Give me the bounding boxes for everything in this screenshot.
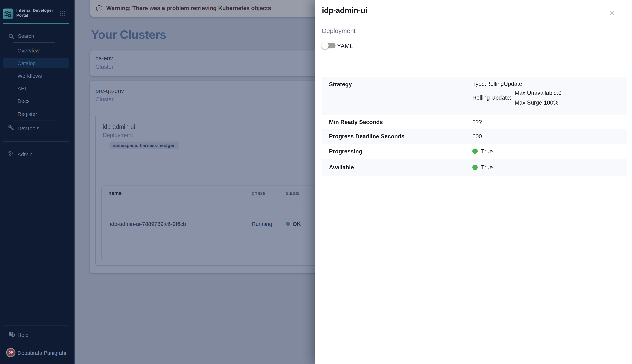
sidebar-item-overview[interactable]: Overview <box>18 47 40 54</box>
detail-value: 600 <box>472 133 627 140</box>
search-icon <box>9 34 14 39</box>
search-underline <box>13 42 56 42</box>
detail-value: True <box>481 164 493 170</box>
deployment-name: idp-admin-ui <box>103 123 135 130</box>
gear-icon: ⚙ <box>8 151 14 157</box>
column-header-name[interactable]: name <box>108 190 122 196</box>
sidebar-item-admin[interactable]: Admin <box>18 151 33 157</box>
help-chat-icon: ? <box>9 332 16 338</box>
strategy-type: Type:RollingUpdate <box>472 80 627 87</box>
namespace-chip: namespace: harness-nextgen <box>109 142 179 149</box>
svg-text:?: ? <box>10 332 12 336</box>
user-avatar[interactable]: DP <box>7 348 15 356</box>
detail-row-progressing: Progressing True <box>322 144 627 159</box>
detail-row-progress-deadline: Progress Deadline Seconds 600 <box>322 129 627 144</box>
detail-value: ??? <box>472 119 627 125</box>
detail-row-available: Available True <box>322 159 627 176</box>
cluster-kind: Cluster <box>96 96 114 102</box>
cluster-kind: Cluster <box>96 64 114 70</box>
sidebar-item-docs[interactable]: Docs <box>18 98 30 104</box>
detail-label: Available <box>322 164 472 170</box>
search-input[interactable]: Search <box>18 34 34 39</box>
rolling-update-label: Rolling Update: <box>472 94 511 100</box>
logo-circle-knob <box>5 11 9 14</box>
status-dot-green <box>286 222 290 226</box>
status-dot-green <box>472 148 478 154</box>
column-header-status[interactable]: status <box>286 190 299 196</box>
sidebar-item-catalog[interactable] <box>3 58 69 68</box>
wrench-icon <box>8 125 14 131</box>
sidebar-item-help[interactable]: Help <box>18 332 28 338</box>
drawer-subtitle: Deployment <box>322 27 356 34</box>
detail-label: Min Ready Seconds <box>322 119 472 125</box>
detail-label: Strategy <box>322 77 472 115</box>
deployment-kind: Deployment <box>103 132 133 138</box>
app-logo-icon <box>3 8 14 19</box>
drawer-title: idp-admin-ui <box>322 6 367 15</box>
detail-value: True <box>481 148 493 154</box>
detail-row-min-ready: Min Ready Seconds ??? <box>322 115 627 129</box>
logo-square-knob <box>8 14 11 17</box>
sidebar-divider <box>3 141 69 142</box>
user-name[interactable]: Debabrata Panigrahi <box>18 350 66 356</box>
pod-status: OK <box>292 221 301 227</box>
sidebar-item-workflows[interactable]: Workflows <box>18 73 42 79</box>
pod-name: idp-admin-ui-7889789fc6-9f6cb <box>110 221 186 227</box>
yaml-toggle-thumb <box>321 42 329 49</box>
sidebar-item-api[interactable]: API <box>18 85 26 91</box>
sidebar-item-catalog-label[interactable]: Catalog <box>18 60 36 66</box>
yaml-toggle[interactable] <box>322 42 335 48</box>
warning-icon: ! <box>96 5 102 11</box>
warning-banner-text: Warning: There was a problem retrieving … <box>106 5 271 12</box>
max-surge: Max Surge:100% <box>515 99 561 106</box>
detail-label: Progress Deadline Seconds <box>322 133 472 140</box>
brand-title: Internal Developer Portal <box>16 8 61 18</box>
sidebar-accent-divider <box>3 23 69 23</box>
apps-grid-icon[interactable] <box>60 11 65 16</box>
detail-row-strategy: Strategy Type:RollingUpdate Rolling Upda… <box>322 77 627 115</box>
sidebar-item-register[interactable]: Register <box>18 111 37 117</box>
details-drawer: idp-admin-ui ✕ Deployment YAML Strategy … <box>314 0 632 364</box>
sidebar-item-devtools[interactable]: DevTools <box>18 125 39 131</box>
screen: Internal Developer Portal Search Overvie… <box>0 0 632 364</box>
pod-phase: Running <box>252 221 272 227</box>
sidebar-divider <box>3 325 69 325</box>
sidebar: Internal Developer Portal Search Overvie… <box>0 0 75 364</box>
column-header-phase[interactable]: phase <box>252 190 266 196</box>
detail-label: Progressing <box>322 148 472 154</box>
cluster-name: pre-qa-env <box>96 87 124 94</box>
page-title: Your Clusters <box>91 28 166 42</box>
cluster-name: qa-env <box>96 55 113 61</box>
close-icon[interactable]: ✕ <box>607 8 617 18</box>
yaml-toggle-label: YAML <box>337 42 353 49</box>
status-dot-green <box>472 165 478 170</box>
max-unavailable: Max Unavailable:0 <box>515 89 561 96</box>
sidebar-divider <box>13 120 56 120</box>
